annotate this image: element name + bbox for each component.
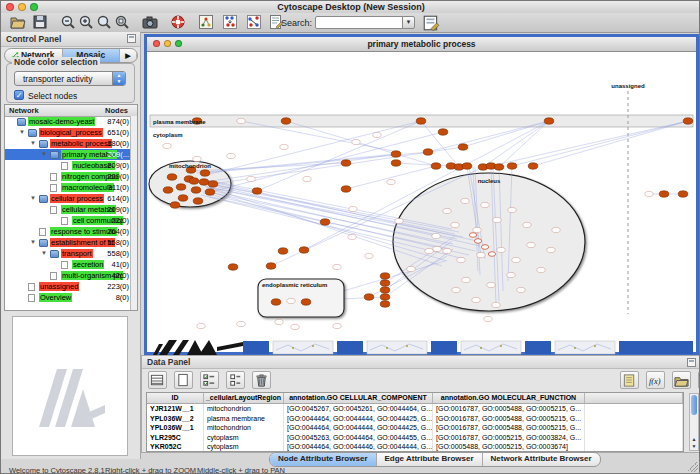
delete-attribute-icon[interactable] — [252, 371, 271, 389]
network-node[interactable] — [443, 248, 451, 253]
network-node[interactable] — [472, 297, 480, 302]
tab-network-attribute-browser[interactable]: Network Attribute Browser — [483, 453, 600, 466]
network-node[interactable] — [497, 247, 505, 252]
network-node[interactable] — [271, 299, 281, 305]
network-node[interactable] — [380, 294, 390, 300]
network-node[interactable] — [474, 239, 481, 244]
network-node[interactable] — [275, 319, 283, 324]
tree-row[interactable]: macromolecule311(0) — [5, 182, 131, 193]
network-node[interactable] — [391, 160, 401, 166]
network-node[interactable] — [678, 191, 688, 197]
network-node[interactable] — [458, 144, 468, 150]
scroll-down-icon[interactable]: ▼ — [690, 443, 698, 449]
tree-row[interactable]: ▼cellular process614(0) — [5, 193, 131, 204]
network-node[interactable] — [301, 299, 311, 305]
network-node[interactable] — [469, 233, 476, 238]
network-node[interactable] — [163, 187, 173, 193]
network-node[interactable] — [432, 233, 440, 238]
network-node[interactable] — [191, 187, 201, 193]
expand-arrow-icon[interactable]: ▼ — [41, 250, 47, 256]
search-config-icon[interactable] — [422, 14, 440, 30]
network-node[interactable] — [167, 174, 177, 180]
table-column-header[interactable] — [585, 393, 683, 403]
network-node[interactable] — [380, 287, 390, 293]
float-panel-icon[interactable] — [687, 358, 696, 367]
network-node[interactable] — [507, 163, 517, 169]
unselect-attributes-icon[interactable] — [226, 371, 245, 389]
search-dropdown-button[interactable]: ▼ — [402, 16, 415, 29]
network-node[interactable] — [528, 163, 538, 169]
network-canvas[interactable]: plasma membranecytoplasmmitochondrionnuc… — [147, 51, 696, 355]
expand-arrow-icon[interactable]: ▼ — [41, 151, 47, 157]
network-node[interactable] — [281, 118, 291, 124]
tree-row[interactable]: ▼establishment of lo558(0) — [5, 237, 131, 248]
tree-row[interactable]: ▼primary metabol209(... — [5, 149, 131, 160]
network-node[interactable] — [512, 257, 520, 262]
layout-b-icon[interactable] — [245, 14, 263, 30]
tree-row[interactable]: ▼metabolic process280(0) — [5, 138, 131, 149]
network-node[interactable] — [423, 149, 433, 155]
network-node[interactable] — [227, 153, 235, 158]
network-node[interactable] — [425, 248, 433, 253]
table-column-header[interactable]: annotation.GO MOLECULAR_FUNCTION — [433, 393, 585, 403]
network-node[interactable] — [341, 186, 351, 192]
network-node[interactable] — [278, 248, 288, 254]
tree-row[interactable]: nucleobase-209(0) — [5, 160, 131, 171]
network-node[interactable] — [189, 178, 199, 184]
network-node[interactable] — [462, 163, 472, 169]
network-node[interactable] — [645, 191, 653, 196]
network-node[interactable] — [205, 189, 215, 195]
network-node[interactable] — [517, 287, 525, 292]
notepad-icon[interactable] — [620, 371, 639, 389]
tab-overflow-button[interactable]: ▶ — [120, 49, 137, 62]
network-node[interactable] — [416, 118, 426, 124]
node-color-dropdown[interactable]: transporter activity ▲▼ — [14, 71, 126, 86]
tree-row[interactable]: response to stimulu264(0) — [5, 226, 131, 237]
expand-arrow-icon[interactable]: ▼ — [30, 239, 36, 245]
network-node[interactable] — [237, 321, 245, 326]
network-node[interactable] — [391, 151, 401, 157]
network-node[interactable] — [333, 323, 341, 328]
network-node[interactable] — [462, 277, 470, 282]
network-node[interactable] — [457, 257, 465, 262]
tree-row[interactable]: cellular metabol209(0) — [5, 204, 131, 215]
network-manager-icon[interactable] — [197, 14, 215, 30]
network-node[interactable] — [333, 264, 341, 269]
table-row[interactable]: YPL036W__1mitochondrion[GO:0044464, GO:0… — [147, 423, 683, 433]
network-node[interactable] — [443, 208, 451, 213]
tab-node-attribute-browser[interactable]: Node Attribute Browser — [270, 453, 377, 466]
scroll-up-icon[interactable]: ▲ — [690, 436, 698, 442]
layout-a-icon[interactable] — [221, 14, 239, 30]
network-node[interactable] — [299, 247, 309, 253]
network-node[interactable] — [349, 206, 357, 211]
network-node[interactable] — [477, 252, 485, 257]
window-resize-grip[interactable] — [688, 462, 698, 472]
import-attributes-icon[interactable] — [672, 371, 691, 389]
network-node[interactable] — [547, 247, 555, 252]
network-node[interactable] — [488, 252, 495, 257]
table-scrollbar[interactable]: ▲ ▼ — [689, 393, 699, 451]
network-node[interactable] — [373, 132, 381, 137]
network-node[interactable] — [170, 202, 180, 208]
network-node[interactable] — [176, 184, 186, 190]
network-node[interactable] — [487, 282, 495, 287]
network-node[interactable] — [527, 242, 535, 247]
network-node[interactable] — [461, 198, 469, 203]
network-node[interactable] — [407, 266, 415, 271]
tree-row[interactable]: ▼transport558(0) — [5, 248, 131, 259]
network-node[interactable] — [287, 298, 295, 303]
network-node[interactable] — [552, 227, 560, 232]
table-row[interactable]: YLR295Ccytoplasm[GO:0045263, GO:0044464,… — [147, 433, 683, 443]
network-node[interactable] — [348, 234, 356, 239]
zoom-in-icon[interactable] — [77, 14, 95, 30]
network-node[interactable] — [481, 245, 488, 250]
tree-row[interactable]: secretion41(0) — [5, 259, 131, 270]
network-node[interactable] — [163, 143, 171, 148]
network-node[interactable] — [380, 301, 390, 307]
network-node[interactable] — [523, 222, 531, 227]
network-node[interactable] — [352, 139, 360, 144]
network-node[interactable] — [507, 272, 515, 277]
table-column-header[interactable]: _cellularLayoutRegion — [204, 393, 284, 403]
function-builder-icon[interactable]: f(x) — [646, 371, 665, 389]
tree-row[interactable]: unassigned223(0) — [5, 281, 131, 292]
